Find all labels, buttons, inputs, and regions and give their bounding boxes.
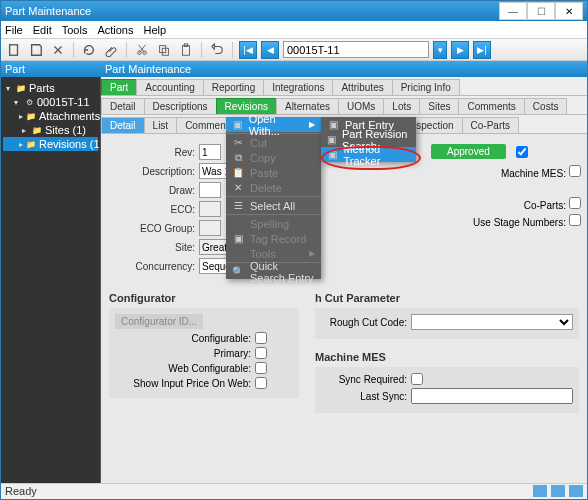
copy-icon[interactable] bbox=[155, 41, 173, 59]
close-button[interactable]: ✕ bbox=[555, 2, 583, 20]
nav-next-icon[interactable]: ▶ bbox=[451, 41, 469, 59]
ctx-tag-record[interactable]: ▣Tag Record bbox=[226, 231, 321, 246]
ctx-select-all[interactable]: ☰Select All bbox=[226, 198, 321, 213]
delete-icon[interactable] bbox=[49, 41, 67, 59]
nav-last-icon[interactable]: ▶| bbox=[473, 41, 491, 59]
ctx-open-with[interactable]: ▣Open With...▶ bbox=[226, 117, 321, 132]
tab-descriptions[interactable]: Descriptions bbox=[144, 98, 217, 114]
status-text: Ready bbox=[5, 485, 37, 498]
ctx-sep bbox=[226, 196, 321, 197]
webconf-checkbox[interactable] bbox=[255, 362, 267, 374]
conc-label: Concurrency: bbox=[109, 261, 199, 272]
ctx-delete[interactable]: ✕Delete bbox=[226, 180, 321, 195]
ctx-cut[interactable]: ✂Cut bbox=[226, 135, 321, 150]
menu-tools[interactable]: Tools bbox=[62, 24, 88, 36]
coparts-label: Co-Parts: bbox=[524, 200, 566, 211]
configurable-checkbox[interactable] bbox=[255, 332, 267, 344]
configurator-title: Configurator bbox=[109, 292, 299, 304]
tab-comments[interactable]: Comments bbox=[458, 98, 524, 114]
paste-icon[interactable] bbox=[177, 41, 195, 59]
primary-label: Primary: bbox=[115, 348, 255, 359]
open-icon: ▣ bbox=[232, 119, 243, 130]
usestg-checkbox[interactable] bbox=[569, 214, 581, 226]
folder-icon: 📁 bbox=[26, 139, 36, 149]
lastsync-input bbox=[411, 388, 573, 404]
menu-edit[interactable]: Edit bbox=[33, 24, 52, 36]
lastsync-label: Last Sync: bbox=[321, 391, 411, 402]
tracker-icon: ▣ bbox=[327, 149, 337, 160]
nav-prev-icon[interactable]: ◀ bbox=[261, 41, 279, 59]
menu-help[interactable]: Help bbox=[143, 24, 166, 36]
configurator-id-button[interactable]: Configurator ID... bbox=[115, 314, 203, 329]
folder-icon: 📁 bbox=[16, 83, 26, 93]
tree-revisions[interactable]: ▸📁Revisions (1) bbox=[3, 137, 98, 151]
menu-actions[interactable]: Actions bbox=[97, 24, 133, 36]
window-buttons: — ☐ ✕ bbox=[499, 2, 583, 20]
status-icon bbox=[569, 485, 583, 497]
open-with-submenu: ▣Part Entry ▣Part Revision Search ▣Metho… bbox=[321, 117, 416, 162]
tab-lots[interactable]: Lots bbox=[383, 98, 420, 114]
titlebar: Part Maintenance — ☐ ✕ bbox=[1, 1, 587, 21]
tab-uoms[interactable]: UOMs bbox=[338, 98, 384, 114]
ctx-quick-search[interactable]: 🔍Quick Search Entry bbox=[226, 264, 321, 279]
tab-pricing[interactable]: Pricing Info bbox=[392, 79, 460, 95]
part-dropdown-icon[interactable]: ▾ bbox=[433, 41, 447, 59]
rev-label: Rev: bbox=[109, 147, 199, 158]
svg-rect-0 bbox=[10, 44, 18, 55]
approved-checkbox[interactable] bbox=[516, 146, 528, 158]
coparts-checkbox[interactable] bbox=[569, 197, 581, 209]
refresh-icon[interactable] bbox=[80, 41, 98, 59]
tab-sites[interactable]: Sites bbox=[419, 98, 459, 114]
usestg-label: Use Stage Numbers: bbox=[473, 217, 566, 228]
select-all-icon: ☰ bbox=[232, 200, 244, 211]
tab-list[interactable]: List bbox=[144, 117, 178, 133]
search-icon: 🔍 bbox=[232, 266, 244, 277]
tab-detail3[interactable]: Detail bbox=[101, 117, 145, 133]
syncreq-checkbox[interactable] bbox=[411, 373, 423, 385]
tab-part[interactable]: Part bbox=[101, 79, 137, 95]
rev-input[interactable] bbox=[199, 144, 221, 160]
nav-first-icon[interactable]: |◀ bbox=[239, 41, 257, 59]
status-icon bbox=[551, 485, 565, 497]
roughcut-code-select[interactable] bbox=[411, 314, 573, 330]
ctx-paste[interactable]: 📋Paste bbox=[226, 165, 321, 180]
tree-attachments[interactable]: ▸📁Attachments (1) bbox=[3, 109, 98, 123]
showprice-label: Show Input Price On Web: bbox=[115, 378, 255, 389]
showprice-checkbox[interactable] bbox=[255, 377, 267, 389]
draw-input[interactable] bbox=[199, 182, 221, 198]
primary-checkbox[interactable] bbox=[255, 347, 267, 359]
folder-icon: 📁 bbox=[32, 125, 42, 135]
tab-accounting[interactable]: Accounting bbox=[136, 79, 203, 95]
undo-icon[interactable] bbox=[208, 41, 226, 59]
mes-title: Machine MES bbox=[315, 351, 579, 363]
part-icon: ▣ bbox=[327, 119, 339, 130]
tree-sites[interactable]: ▸📁Sites (1) bbox=[3, 123, 98, 137]
machine-mes-checkbox[interactable] bbox=[569, 165, 581, 177]
submenu-method-tracker[interactable]: ▣Method Tracker bbox=[321, 147, 416, 162]
tab-detail[interactable]: Detail bbox=[101, 98, 145, 114]
ctx-spelling[interactable]: Spelling bbox=[226, 216, 321, 231]
tab-reporting[interactable]: Reporting bbox=[203, 79, 264, 95]
tab-costs[interactable]: Costs bbox=[524, 98, 568, 114]
tab-attributes[interactable]: Attributes bbox=[332, 79, 392, 95]
toolbar-sep bbox=[126, 42, 127, 58]
tree-part[interactable]: ▾⚙00015T-11 bbox=[3, 95, 98, 109]
toolbar-sep bbox=[232, 42, 233, 58]
maximize-button[interactable]: ☐ bbox=[527, 2, 555, 20]
ecog-label: ECO Group: bbox=[109, 223, 199, 234]
tab-integrations[interactable]: Integrations bbox=[263, 79, 333, 95]
tag-icon: ▣ bbox=[232, 233, 244, 244]
tree-root[interactable]: ▾📁Parts bbox=[3, 81, 98, 95]
menu-file[interactable]: File bbox=[5, 24, 23, 36]
ctx-copy[interactable]: ⧉Copy bbox=[226, 150, 321, 165]
syncreq-label: Sync Required: bbox=[321, 374, 411, 385]
save-icon[interactable] bbox=[27, 41, 45, 59]
new-icon[interactable] bbox=[5, 41, 23, 59]
minimize-button[interactable]: — bbox=[499, 2, 527, 20]
delete-icon: ✕ bbox=[232, 182, 244, 193]
cut-icon[interactable] bbox=[133, 41, 151, 59]
context-menu: ▣Open With...▶ ✂Cut ⧉Copy 📋Paste ✕Delete… bbox=[226, 117, 321, 279]
part-number-input[interactable] bbox=[283, 41, 429, 58]
attach-icon[interactable] bbox=[102, 41, 120, 59]
tab-coparts[interactable]: Co-Parts bbox=[462, 117, 519, 133]
